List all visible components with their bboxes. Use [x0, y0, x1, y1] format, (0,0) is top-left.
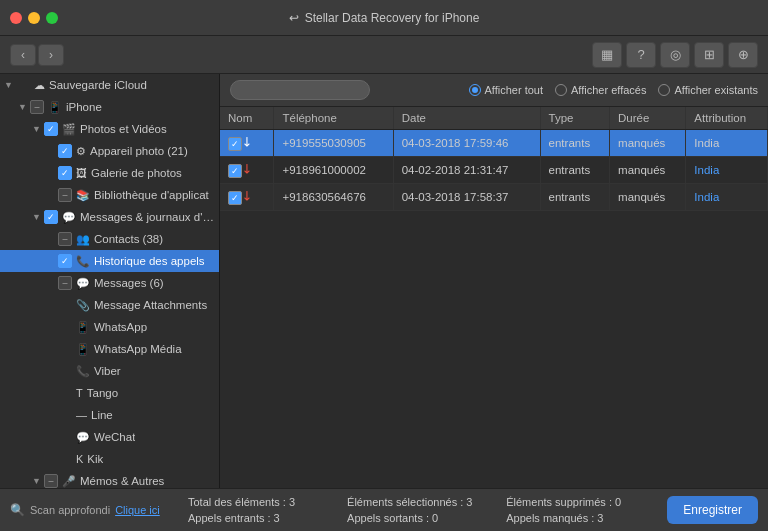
- row-date: 04-03-2018 17:58:37: [393, 184, 540, 211]
- row-checkbox-cell: ✓↗: [220, 130, 274, 157]
- tree-item-label: Tango: [87, 387, 118, 399]
- stat-incoming: Appels entrants : 3: [180, 511, 339, 525]
- maximize-button[interactable]: [46, 12, 58, 24]
- forward-nav-button[interactable]: ›: [38, 44, 64, 66]
- tree-checkbox[interactable]: ✓: [58, 254, 72, 268]
- row-date: 04-03-2018 17:59:46: [393, 130, 540, 157]
- table-row[interactable]: ✓↗+91863056467604-03-2018 17:58:37entran…: [220, 184, 768, 211]
- sidebar-item[interactable]: TTango: [0, 382, 219, 404]
- col-type: Type: [540, 107, 609, 130]
- tree-item-icon: K: [76, 453, 83, 465]
- row-phone: +918630564676: [274, 184, 393, 211]
- save-button[interactable]: Enregistrer: [667, 496, 758, 524]
- tree-item-label: Historique des appels: [94, 255, 205, 267]
- data-table: Nom Téléphone Date Type Durée Attributio…: [220, 107, 768, 211]
- back-arrow-icon: ↩: [289, 11, 299, 25]
- sidebar-item[interactable]: –👥Contacts (38): [0, 228, 219, 250]
- sidebar-item[interactable]: –💬Messages (6): [0, 272, 219, 294]
- radio-show-existing[interactable]: Afficher existants: [658, 84, 758, 96]
- close-button[interactable]: [10, 12, 22, 24]
- tree-item-icon: 💬: [62, 211, 76, 224]
- sidebar-item[interactable]: ▼–📱iPhone: [0, 96, 219, 118]
- tree-checkbox[interactable]: –: [44, 474, 58, 488]
- tree-item-label: Galerie de photos: [91, 167, 182, 179]
- sidebar-item[interactable]: KKik: [0, 448, 219, 470]
- tree-checkbox[interactable]: ✓: [58, 144, 72, 158]
- tree-item-icon: 🎬: [62, 123, 76, 136]
- user-icon-button[interactable]: ⊕: [728, 42, 758, 68]
- tree-checkbox[interactable]: ✓: [58, 166, 72, 180]
- row-attribution: India: [686, 184, 768, 211]
- row-type: entrants: [540, 157, 609, 184]
- tree-checkbox[interactable]: –: [58, 232, 72, 246]
- sidebar-item[interactable]: 📱WhatsApp: [0, 316, 219, 338]
- col-telephone: Téléphone: [274, 107, 393, 130]
- table-row[interactable]: ✓↗+91896100000204-02-2018 21:31:47entran…: [220, 157, 768, 184]
- sidebar-item[interactable]: ✓📞Historique des appels: [0, 250, 219, 272]
- cart-icon-button[interactable]: ⊞: [694, 42, 724, 68]
- table-area: Nom Téléphone Date Type Durée Attributio…: [220, 107, 768, 488]
- tree-item-icon: 📞: [76, 365, 90, 378]
- title-text: ↩ Stellar Data Recovery for iPhone: [289, 11, 480, 25]
- filter-radio-group: Afficher tout Afficher effacés Afficher …: [469, 84, 758, 96]
- help-icon-button[interactable]: ?: [626, 42, 656, 68]
- sidebar-item[interactable]: 📎Message Attachments: [0, 294, 219, 316]
- filter-bar: 🔍 Afficher tout Afficher effacés Affiche…: [220, 74, 768, 107]
- tree-checkbox[interactable]: ✓: [44, 210, 58, 224]
- tree-item-icon: 💬: [76, 277, 90, 290]
- tree-checkbox[interactable]: –: [58, 276, 72, 290]
- stat-missed: Appels manqués : 3: [498, 511, 657, 525]
- sidebar-item[interactable]: ▼✓🎬Photos et Vidéos: [0, 118, 219, 140]
- stat-deleted: Éléments supprimés : 0: [498, 495, 657, 509]
- sidebar-item[interactable]: 💬WeChat: [0, 426, 219, 448]
- sidebar-item[interactable]: ▼✓💬Messages & journaux d'appels: [0, 206, 219, 228]
- scan-icon-button[interactable]: ◎: [660, 42, 690, 68]
- col-date: Date: [393, 107, 540, 130]
- scan-label: Scan approfondi: [30, 504, 110, 516]
- stat-selected: Éléments sélectionnés : 3: [339, 495, 498, 509]
- row-date: 04-02-2018 21:31:47: [393, 157, 540, 184]
- status-stats: Total des éléments : 3 Éléments sélectio…: [170, 495, 667, 525]
- sidebar-item[interactable]: —Line: [0, 404, 219, 426]
- row-duration: manqués: [610, 130, 686, 157]
- sidebar-item[interactable]: 📱WhatsApp Média: [0, 338, 219, 360]
- tree-item-label: Appareil photo (21): [90, 145, 188, 157]
- tree-checkbox[interactable]: –: [30, 100, 44, 114]
- tree-item-icon: 👥: [76, 233, 90, 246]
- sidebar-item[interactable]: ▼–🎤Mémos & Autres: [0, 470, 219, 488]
- tree-item-icon: —: [76, 409, 87, 421]
- table-body: ✓↗+91955503090504-03-2018 17:59:46entran…: [220, 130, 768, 211]
- tree-checkbox[interactable]: ✓: [44, 122, 58, 136]
- sidebar-item[interactable]: ✓⚙Appareil photo (21): [0, 140, 219, 162]
- title-bar: ↩ Stellar Data Recovery for iPhone: [0, 0, 768, 36]
- sidebar-item[interactable]: 📞Viber: [0, 360, 219, 382]
- radio-show-all[interactable]: Afficher tout: [469, 84, 544, 96]
- search-input[interactable]: [230, 80, 370, 100]
- row-type: entrants: [540, 130, 609, 157]
- nav-buttons: ‹ ›: [10, 44, 64, 66]
- sidebar-item[interactable]: –📚Bibliothèque d'applicat: [0, 184, 219, 206]
- row-duration: manqués: [610, 184, 686, 211]
- sidebar: ▼☁Sauvegarde iCloud▼–📱iPhone▼✓🎬Photos et…: [0, 74, 220, 488]
- tree-arrow-icon: ▼: [18, 102, 30, 112]
- back-nav-button[interactable]: ‹: [10, 44, 36, 66]
- col-nom: Nom: [220, 107, 274, 130]
- grid-icon-button[interactable]: ▦: [592, 42, 622, 68]
- tree-item-label: Messages & journaux d'appels: [80, 211, 215, 223]
- tree-item-label: Mémos & Autres: [80, 475, 164, 487]
- tree-item-label: Sauvegarde iCloud: [49, 79, 147, 91]
- scan-link[interactable]: Clique ici: [115, 504, 160, 516]
- scan-icon: 🔍: [10, 503, 25, 517]
- tree-checkbox[interactable]: –: [58, 188, 72, 202]
- tree-item-icon: 📱: [76, 343, 90, 356]
- tree-item-icon: 🖼: [76, 167, 87, 179]
- tree-item-icon: 📎: [76, 299, 90, 312]
- sidebar-item[interactable]: ▼☁Sauvegarde iCloud: [0, 74, 219, 96]
- radio-show-deleted[interactable]: Afficher effacés: [555, 84, 646, 96]
- table-row[interactable]: ✓↗+91955503090504-03-2018 17:59:46entran…: [220, 130, 768, 157]
- tree-item-icon: ⚙: [76, 145, 86, 158]
- minimize-button[interactable]: [28, 12, 40, 24]
- sidebar-item[interactable]: ✓🖼Galerie de photos: [0, 162, 219, 184]
- row-phone: +918961000002: [274, 157, 393, 184]
- main-area: ▼☁Sauvegarde iCloud▼–📱iPhone▼✓🎬Photos et…: [0, 74, 768, 488]
